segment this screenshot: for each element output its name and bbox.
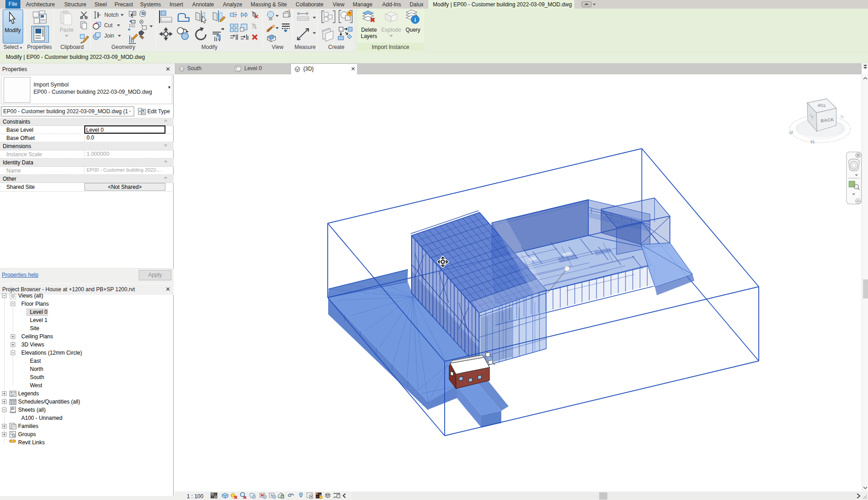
svg-text:S: S	[839, 114, 844, 120]
svg-text:Notch: Notch	[104, 12, 118, 18]
svg-text:TOP: TOP	[817, 103, 826, 108]
svg-text:Paste: Paste	[60, 27, 74, 33]
svg-text:N: N	[810, 139, 815, 145]
svg-text:Explode: Explode	[381, 27, 401, 33]
svg-text:Delete: Delete	[361, 27, 377, 33]
svg-text:W: W	[788, 129, 795, 135]
svg-text:Query: Query	[406, 27, 421, 33]
svg-text:Modify: Modify	[5, 27, 20, 34]
svg-text:Cut: Cut	[104, 22, 113, 29]
svg-text:Join: Join	[104, 33, 114, 39]
svg-text:Layers: Layers	[361, 33, 377, 39]
